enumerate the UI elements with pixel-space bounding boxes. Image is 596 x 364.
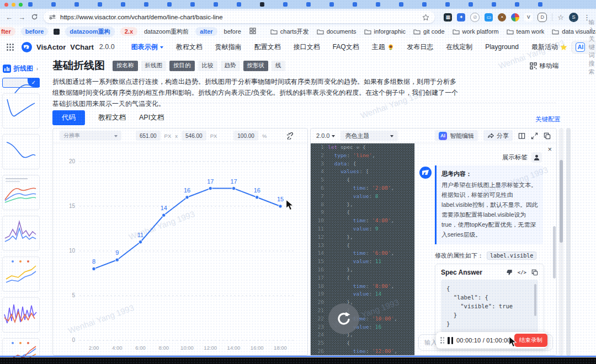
extension-icon[interactable]: ▭: [485, 13, 493, 22]
nav-item[interactable]: 主题🌻: [372, 42, 394, 52]
version-select[interactable]: 2.0.0: [316, 132, 335, 139]
browser-tab-favicon[interactable]: [399, 2, 403, 7]
browser-tab-favicon[interactable]: [167, 2, 172, 7]
chart-canvas[interactable]: 051015202:004:006:008:0010:0012:0014:001…: [53, 143, 307, 355]
chart-thumbnail-selected[interactable]: ✓: [2, 78, 40, 88]
mobile-qr-button[interactable]: 移动端: [530, 62, 559, 70]
tab-api[interactable]: API文档: [139, 110, 164, 125]
bookmark-item[interactable]: 2.x: [120, 27, 137, 36]
theme-select[interactable]: 亮色主题: [340, 131, 398, 141]
chart-thumbnail[interactable]: [2, 216, 40, 251]
code-scrollbar[interactable]: [534, 284, 536, 316]
chart-thumbnail[interactable]: [2, 93, 40, 129]
tag-value[interactable]: 趋势: [221, 61, 240, 71]
profile-avatar[interactable]: S: [569, 13, 578, 22]
forward-icon[interactable]: →: [18, 14, 25, 21]
browser-tab-favicon[interactable]: [144, 2, 148, 7]
apps-grid-icon[interactable]: [249, 28, 256, 35]
extension-icon[interactable]: ▦: [444, 13, 452, 22]
drag-handle-icon[interactable]: [440, 337, 444, 344]
bookmark-item[interactable]: before: [223, 27, 242, 36]
height-input[interactable]: 546.00: [182, 131, 206, 141]
tag-value[interactable]: 折线图: [141, 61, 167, 71]
close-icon[interactable]: ×: [547, 146, 552, 153]
browser-tab-favicon[interactable]: [538, 2, 542, 7]
tag-value[interactable]: 比较: [198, 61, 217, 71]
sidebar-category-line-chart[interactable]: 折线图 ›: [0, 56, 49, 78]
pause-icon[interactable]: [448, 337, 453, 344]
nav-item[interactable]: Playground: [485, 43, 519, 51]
browser-tab-favicon[interactable]: [237, 2, 241, 7]
browser-tab-favicon[interactable]: [214, 2, 218, 7]
bookmark-folder[interactable]: work platform: [453, 28, 499, 35]
browser-tab-favicon[interactable]: [329, 2, 334, 7]
tab-code[interactable]: 代码: [52, 110, 85, 125]
browser-tab-favicon[interactable]: [492, 2, 496, 7]
copy-icon[interactable]: [531, 269, 538, 276]
browser-tab-favicon[interactable]: [260, 2, 264, 7]
back-icon[interactable]: ←: [6, 14, 13, 21]
nav-item[interactable]: 在线定制: [446, 42, 472, 52]
chart-thumbnail[interactable]: [2, 175, 40, 210]
copy-icon[interactable]: [544, 132, 551, 140]
tab-tutorial[interactable]: 教程文档: [98, 110, 126, 125]
close-window-button[interactable]: [4, 3, 8, 7]
thumbs-down-icon[interactable]: [506, 269, 513, 276]
width-input[interactable]: 651.00: [136, 131, 161, 141]
nav-item[interactable]: FAQ文档: [333, 42, 359, 52]
nav-item[interactable]: 教程文档: [176, 42, 203, 52]
product-name[interactable]: VChart: [70, 43, 94, 51]
bookmark-folder[interactable]: charts开发: [270, 28, 309, 36]
browser-tab-favicon[interactable]: [74, 2, 79, 7]
browser-tab-favicon[interactable]: [51, 2, 56, 7]
browser-tab-favicon[interactable]: [283, 2, 288, 7]
refresh-overlay-button[interactable]: [328, 303, 359, 334]
stop-recording-button[interactable]: 结束录制: [514, 334, 547, 347]
maximize-window-button[interactable]: [19, 3, 23, 7]
zoom-input[interactable]: 100.00: [233, 131, 258, 141]
key-config-link[interactable]: 关键配置: [535, 115, 561, 124]
code-editor[interactable]: 1let spec = {2 type: 'line',3 data: {4 v…: [311, 143, 414, 355]
favorites-icon[interactable]: ☆: [557, 13, 564, 22]
browser-tab-favicon[interactable]: [445, 2, 450, 7]
bookmark-folder[interactable]: documents: [317, 28, 356, 35]
nav-item[interactable]: 贡献指南: [215, 42, 242, 52]
bookmark-item[interactable]: fter: [0, 27, 15, 36]
page-scrollbar-outer[interactable]: [566, 128, 571, 356]
chart-thumbnail[interactable]: [2, 297, 40, 333]
bookmark-star-icon[interactable]: [422, 14, 429, 21]
nav-item[interactable]: 最新活动⭐: [531, 42, 567, 52]
cookie-extension-icon[interactable]: •: [498, 13, 506, 22]
reload-icon[interactable]: [31, 13, 38, 22]
chart-thumbnail[interactable]: [2, 134, 40, 169]
browser-tab-favicon[interactable]: [515, 2, 519, 7]
address-bar[interactable]: https://www.visactor.com/vchart/demo/lin…: [44, 11, 435, 23]
browser-tab-favicon[interactable]: [469, 2, 473, 7]
spec-code-block[interactable]: { "label": { "visible": true } }: [441, 280, 538, 333]
bookmark-favicon[interactable]: [54, 29, 60, 35]
view-code-icon[interactable]: </>: [518, 270, 526, 275]
bookmark-folder[interactable]: inforgraphic: [364, 28, 406, 35]
browser-tab-favicon[interactable]: [422, 2, 427, 7]
bookmark-item[interactable]: before: [21, 27, 49, 36]
minimize-window-button[interactable]: [12, 3, 15, 7]
bookmark-folder[interactable]: team work: [507, 28, 545, 35]
browser-tab-favicon[interactable]: [306, 2, 311, 7]
site-info-icon[interactable]: [49, 14, 56, 20]
chart-thumbnail[interactable]: [2, 256, 40, 292]
extension-icon[interactable]: ✦: [457, 13, 465, 22]
extension-icon[interactable]: V: [524, 13, 533, 22]
apps-waffle-icon[interactable]: [7, 44, 14, 51]
browser-tab-favicon[interactable]: [121, 2, 125, 7]
unlink-icon[interactable]: [286, 132, 294, 140]
page-scrollbar[interactable]: [559, 128, 563, 356]
fullscreen-icon[interactable]: [531, 132, 538, 140]
browser-tab-favicon[interactable]: [376, 2, 380, 7]
browser-tab-favicon[interactable]: [28, 2, 33, 7]
nav-item[interactable]: 配置文档: [254, 42, 281, 52]
nav-item[interactable]: 发布日志: [407, 42, 433, 52]
url-text[interactable]: https://www.visactor.com/vchart/demo/lin…: [60, 14, 418, 20]
header-search-input[interactable]: AI 输入关键词搜索: [571, 41, 596, 53]
browser-tab-favicon[interactable]: [190, 2, 195, 7]
panel-scrollbar[interactable]: [553, 165, 556, 276]
